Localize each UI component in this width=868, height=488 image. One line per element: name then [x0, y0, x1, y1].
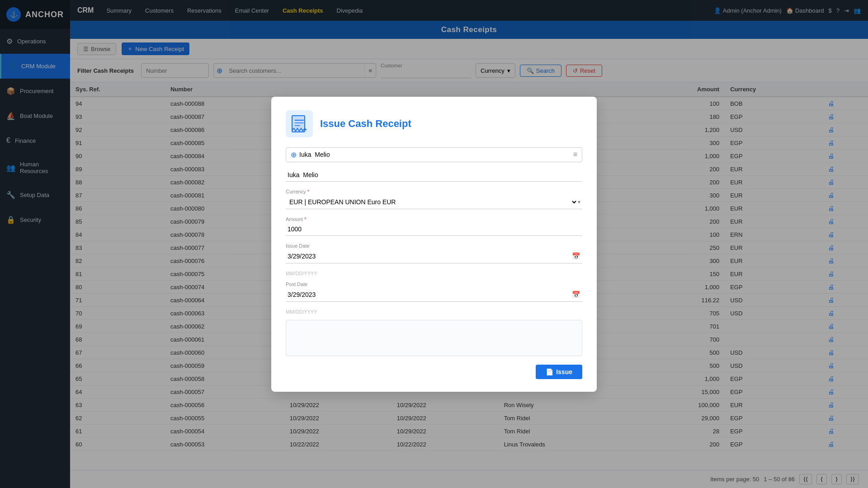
modal-amount-label: Amount * — [286, 216, 582, 222]
receipt-icon — [289, 114, 309, 134]
post-date-format-hint: MM/DD/YYYY — [286, 309, 582, 314]
modal-customer-name-field — [286, 169, 582, 182]
modal-customer-name-input[interactable] — [286, 169, 582, 182]
modal-customer-search-input[interactable] — [299, 151, 571, 158]
modal-issue-date-field: Issue Date 📅 — [286, 243, 582, 263]
modal-customer-plus-icon[interactable]: ⊕ — [291, 150, 297, 159]
currency-chevron-icon: ▾ — [578, 199, 580, 205]
modal-amount-input[interactable] — [286, 223, 582, 236]
modal-header: Issue Cash Receipt — [286, 110, 582, 137]
modal-issue-date-wrapper: 📅 — [286, 249, 582, 263]
modal-footer: 📄 Issue — [286, 365, 582, 379]
modal-issue-date-input[interactable] — [288, 253, 572, 260]
modal-issue-date-label: Issue Date — [286, 243, 582, 249]
issue-date-format-hint: MM/DD/YYYY — [286, 271, 582, 276]
issue-button[interactable]: 📄 Issue — [536, 365, 582, 379]
modal-currency-select-wrapper: EUR | EUROPEAN UNION Euro EUR USD | US D… — [286, 195, 582, 209]
post-date-calendar-icon[interactable]: 📅 — [572, 291, 580, 299]
modal-currency-label: Currency * — [286, 189, 582, 194]
modal-title: Issue Cash Receipt — [320, 118, 411, 130]
issue-icon: 📄 — [546, 368, 553, 375]
modal-currency-select[interactable]: EUR | EUROPEAN UNION Euro EUR USD | US D… — [288, 198, 578, 206]
modal-post-date-input[interactable] — [288, 291, 572, 298]
issue-cash-receipt-modal: Issue Cash Receipt ⊕ ≡ Currency * EUR | … — [271, 97, 597, 392]
modal-notes-textarea[interactable] — [286, 320, 582, 356]
modal-overlay: Issue Cash Receipt ⊕ ≡ Currency * EUR | … — [0, 0, 868, 488]
modal-amount-field: Amount * — [286, 216, 582, 236]
issue-date-calendar-icon[interactable]: 📅 — [572, 252, 580, 260]
modal-currency-field: Currency * EUR | EUROPEAN UNION Euro EUR… — [286, 189, 582, 209]
modal-post-date-label: Post Date — [286, 282, 582, 287]
modal-post-date-wrapper: 📅 — [286, 288, 582, 302]
modal-customer-search-row: ⊕ ≡ — [286, 147, 582, 162]
modal-customer-list-icon[interactable]: ≡ — [573, 150, 577, 159]
modal-post-date-field: Post Date 📅 — [286, 282, 582, 302]
modal-icon — [286, 110, 313, 137]
